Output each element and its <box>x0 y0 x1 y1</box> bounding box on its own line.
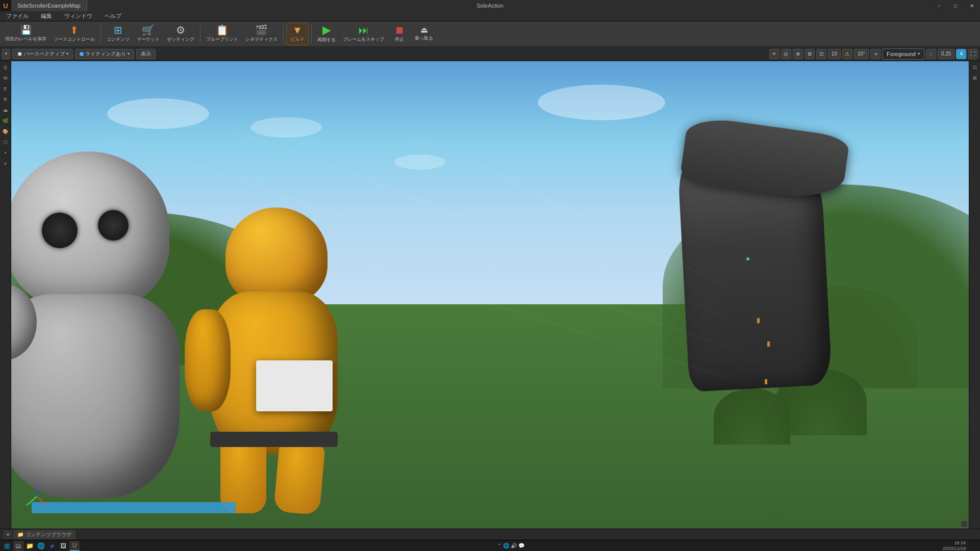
viewport[interactable]: X Y Z <box>11 61 969 529</box>
foreground-arrow: ▾ <box>918 51 920 56</box>
small-hill-2 <box>714 388 790 444</box>
settings-icon: ⚙ <box>176 25 185 35</box>
sidebar-rotate-tool[interactable]: E <box>1 84 11 94</box>
marketplace-icon: 🛒 <box>142 25 155 35</box>
yellow-robot-belt <box>210 432 338 447</box>
blueprint-button[interactable]: 📋 ブループリント <box>203 23 241 45</box>
taskbar-edge[interactable]: ℯ <box>47 541 57 551</box>
svg-text:X: X <box>46 503 48 507</box>
taskbar-files[interactable]: 🗂 <box>13 541 23 551</box>
sidebar-landscape-tool[interactable]: ⛰ <box>1 105 11 115</box>
sidebar-right-icon-2[interactable]: ⊞ <box>970 73 980 83</box>
skip-frame-button[interactable]: ⏭ フレームをスキップ <box>340 23 387 45</box>
play-button[interactable]: ▶ 再開する <box>314 23 339 45</box>
map-tab[interactable]: SideScrollerExampleMap <box>11 0 87 11</box>
lighting-label: ライティングあり <box>85 50 126 58</box>
sidebar-all-tools[interactable]: ≡ <box>1 159 11 169</box>
source-control-label: ソースコントロール <box>54 36 95 43</box>
scale-snap-value[interactable]: 4 <box>956 49 966 59</box>
lighting-dot <box>80 52 84 56</box>
right-sidebar: ⊡ ⊞ <box>969 61 980 529</box>
edit-menu[interactable]: 編集 <box>39 11 54 21</box>
content-browser-label: コンテンツブラウザ <box>26 531 71 538</box>
sidebar-foliage-tool[interactable]: 🌿 <box>1 116 11 126</box>
skip-frame-icon: ⏭ <box>359 25 369 35</box>
bottom-panel: ⊞ 📁 コンテンツブラウザ <box>0 529 980 540</box>
sidebar-place-tool[interactable]: + <box>1 148 11 158</box>
rotation-snap-value[interactable]: 10° <box>854 49 869 59</box>
file-menu[interactable]: ファイル <box>4 11 31 21</box>
separator-4 <box>311 25 312 43</box>
marketplace-label: マーケット <box>137 36 160 43</box>
lighting-arrow: ▾ <box>128 51 130 56</box>
show-button[interactable]: 表示 <box>136 49 156 59</box>
maximize-viewport-button[interactable]: ⛶ <box>968 49 978 59</box>
sidebar-mesh-paint-tool[interactable]: 🎨 <box>1 126 11 137</box>
svg-line-4 <box>37 496 46 505</box>
viewport-options-3[interactable]: ⊞ <box>805 49 815 59</box>
perspective-dropdown[interactable]: 🔲 パースペクティブ ▾ <box>12 49 73 59</box>
yellow-robot <box>195 207 379 513</box>
build-button[interactable]: ▼ ビルド <box>286 23 309 45</box>
close-button[interactable]: ✕ <box>964 0 980 11</box>
taskbar-photos[interactable]: 🖼 <box>58 541 68 551</box>
bottom-panel-icon[interactable]: ⊞ <box>4 531 11 538</box>
source-control-button[interactable]: ⬆ ソースコントロール <box>51 23 98 45</box>
show-desktop-button[interactable] <box>967 540 978 552</box>
start-button[interactable]: ⊞ <box>2 541 12 551</box>
taskbar-ue4[interactable]: U <box>69 541 80 551</box>
sidebar-transform-tool[interactable]: W <box>1 73 11 83</box>
sidebar-right-icon-1[interactable]: ⊡ <box>970 62 980 72</box>
build-icon: ▼ <box>292 25 303 35</box>
realtime-button[interactable]: ⊲ <box>870 49 881 59</box>
save-level-label: 現在のレベルを保存 <box>5 36 46 42</box>
viewport-resize-handle[interactable] <box>961 520 968 528</box>
camera-speed-value[interactable]: 0.25 <box>938 49 954 59</box>
warning-icon[interactable]: ⚠ <box>842 49 852 59</box>
content-browser-tab[interactable]: 📁 コンテンツブラウザ <box>13 530 76 539</box>
marketplace-button[interactable]: 🛒 マーケット <box>134 23 163 45</box>
grid-snap-value[interactable]: 10 <box>828 49 841 59</box>
sidebar-geometry-tool[interactable]: ⬡ <box>1 137 11 147</box>
help-menu[interactable]: ヘルプ <box>103 11 123 21</box>
taskbar-explorer[interactable]: 📁 <box>24 541 35 551</box>
arrow-up-icon[interactable]: ⌃ <box>497 543 501 548</box>
settings-label: ゼッティング <box>167 36 194 43</box>
lighting-dropdown[interactable]: ライティングあり ▾ <box>75 49 134 59</box>
stop-icon: ⏹ <box>394 25 405 35</box>
settings-button[interactable]: ⚙ ゼッティング <box>164 23 197 45</box>
build-label: ビルド <box>291 36 305 43</box>
windows-taskbar: ⊞ 🗂 📁 🌐 ℯ 🖼 U ⌃ 🌐 🔊 💬 16:24 2020/11/18 <box>0 540 980 551</box>
viewport-menu-button[interactable]: ▼ <box>2 49 10 59</box>
minimize-button[interactable]: － <box>931 0 947 11</box>
yellow-robot-arm-left <box>185 309 231 411</box>
viewport-options-4[interactable]: ⊡ <box>816 49 826 59</box>
volume-icon[interactable]: 🔊 <box>511 543 517 548</box>
viewport-options-2[interactable]: ⊕ <box>793 49 803 59</box>
cloud-2 <box>250 117 322 138</box>
taskbar-chrome[interactable]: 🌐 <box>36 541 46 551</box>
axes-indicator: X Y Z <box>26 485 48 508</box>
window-menu[interactable]: ウィンドウ <box>62 11 94 21</box>
separator-3 <box>283 25 284 43</box>
save-level-button[interactable]: 💾 現在のレベルを保存 <box>2 23 49 45</box>
content-button[interactable]: ⊞ コンテンツ <box>104 23 133 45</box>
yellow-robot-weapon <box>256 360 333 411</box>
sidebar-select-tool[interactable]: Q <box>1 62 11 72</box>
cinematics-button[interactable]: 🎬 シネマティクス <box>242 23 281 45</box>
restore-button[interactable]: □ <box>947 0 964 11</box>
network-icon[interactable]: 🌐 <box>503 543 509 548</box>
sidebar-scale-tool[interactable]: R <box>1 94 11 104</box>
camera-speed-icon[interactable]: 🎥 <box>926 49 936 59</box>
eject-button[interactable]: ⏏ 乗っ取る <box>412 23 436 45</box>
screen-icon[interactable]: 💬 <box>518 543 524 548</box>
eject-icon: ⏏ <box>420 26 428 34</box>
viewport-options-1[interactable]: ◎ <box>781 49 791 59</box>
content-label: コンテンツ <box>107 36 130 43</box>
camera-mode-button[interactable]: ☀ <box>769 49 780 59</box>
far-character-3 <box>767 342 770 347</box>
stop-button[interactable]: ⏹ 停止 <box>388 23 411 45</box>
title-bar: U SideScrollerExampleMap SideAction － □ … <box>0 0 980 11</box>
foreground-dropdown[interactable]: Foreground ▾ <box>882 48 924 60</box>
blueprint-icon: 📋 <box>216 25 229 35</box>
